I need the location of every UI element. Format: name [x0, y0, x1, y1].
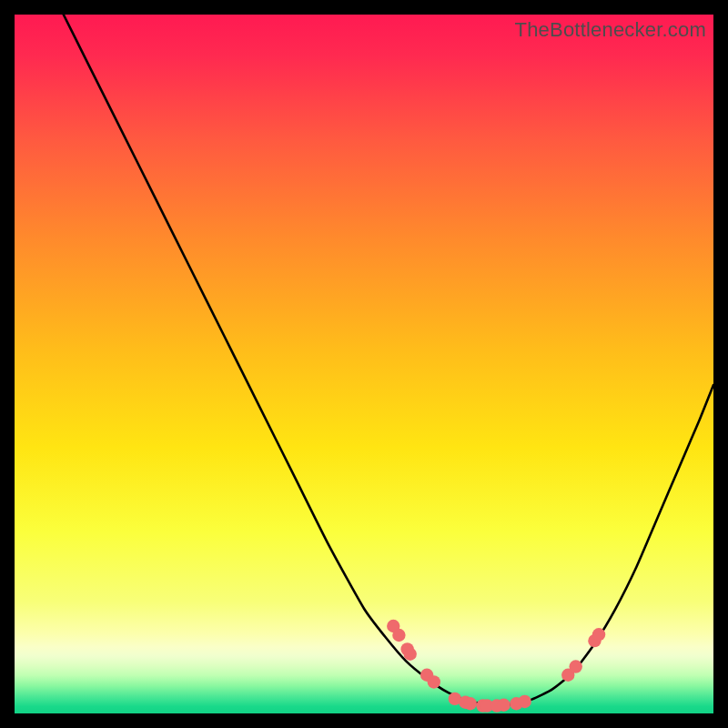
data-marker: [518, 695, 531, 708]
chart-frame: TheBottlenecker.com: [15, 15, 713, 713]
data-marker: [570, 660, 582, 672]
watermark-text: TheBottlenecker.com: [515, 18, 706, 42]
data-marker: [464, 697, 477, 710]
data-marker: [497, 699, 510, 712]
data-marker: [592, 628, 605, 641]
data-marker: [403, 648, 416, 661]
data-marker: [428, 675, 440, 688]
chart-svg: [15, 15, 713, 713]
data-marker: [392, 629, 405, 642]
